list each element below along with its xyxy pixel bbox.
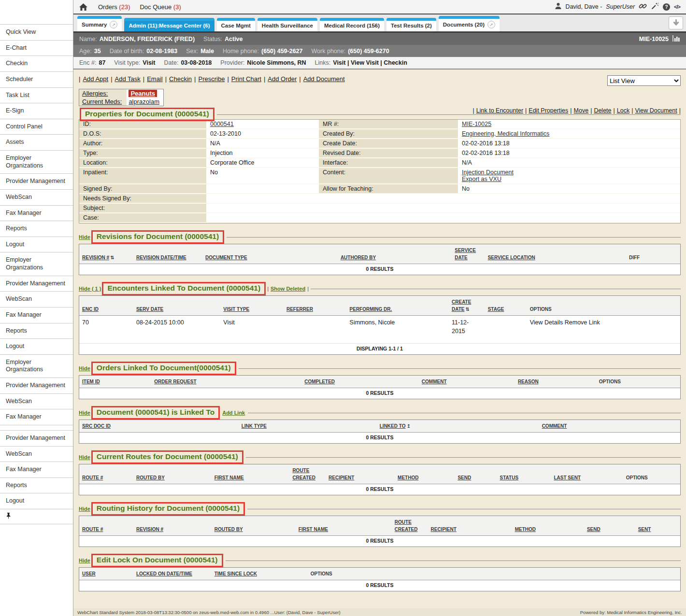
column-locked-on-date-time[interactable]: LOCKED ON DATE/TIME [133, 569, 212, 578]
column-item-id[interactable]: ITEM ID [79, 377, 151, 386]
row-options[interactable]: View Details Remove Link [527, 318, 680, 336]
show-deleted-link[interactable]: Show Deleted [271, 286, 305, 292]
sort-icon[interactable]: ⇅ [110, 254, 114, 261]
sidebar-item-employer-organizations[interactable]: Employer Organizations [0, 151, 73, 174]
column-enc-id[interactable]: ENC ID [79, 305, 133, 314]
download-button[interactable] [669, 16, 683, 29]
nav-orders[interactable]: Orders (23) [98, 3, 130, 11]
sidebar-item-assets[interactable]: Assets [0, 135, 73, 151]
sort-icon[interactable]: ⇅ [466, 306, 470, 313]
sidebar-item-checkin[interactable]: Checkin [0, 56, 73, 72]
link-view-visit[interactable]: View Visit [351, 59, 379, 66]
column-send[interactable]: SEND [455, 473, 497, 482]
sidebar-item-fax-manager[interactable]: Fax Manager [0, 462, 73, 478]
sidebar-item-webscan[interactable]: WebScan [0, 190, 73, 206]
link-icon[interactable] [639, 2, 647, 12]
tab-summary[interactable]: Summary↗ [77, 16, 122, 31]
prop-link-id[interactable]: 0000541 [210, 121, 234, 127]
sidebar-item-logout[interactable]: Logout [0, 237, 73, 253]
column-create-date[interactable]: CREATE DATE ⇅ [449, 297, 485, 314]
view-mode-select[interactable]: List View [607, 75, 681, 86]
column-revision[interactable]: REVISION # [133, 525, 212, 534]
current-meds-link[interactable]: Current Meds: [82, 98, 122, 105]
column-user[interactable]: USER [79, 569, 133, 578]
sidebar-item-webscan[interactable]: WebScan [0, 292, 73, 308]
tab-case-mgmt[interactable]: Case Mgmt [217, 18, 255, 31]
column-service-date[interactable]: SERVICE DATE [452, 246, 485, 262]
sidebar-item-provider-management[interactable]: Provider Management [0, 378, 73, 394]
column-route-created[interactable]: ROUTE CREATED [392, 518, 428, 534]
link-checkin[interactable]: Checkin [384, 59, 407, 66]
add-link-link[interactable]: Add Link [222, 410, 245, 416]
hide-link-history[interactable]: Hide [79, 506, 90, 512]
prop-link-created-by[interactable]: Engineering, Medical Informatics [462, 130, 549, 137]
column-sent[interactable]: SENT [635, 525, 680, 534]
column-performing-dr[interactable]: PERFORMING DR. [347, 305, 449, 314]
column-send[interactable]: SEND [584, 525, 635, 534]
tab-admin-11-message-center-6[interactable]: Admin (11):Message Center (6) [124, 18, 214, 31]
action-add-document[interactable]: Add Document [303, 75, 345, 83]
sidebar-item-logout[interactable]: Logout [0, 339, 73, 355]
column-order-request[interactable]: ORDER REQUEST [151, 377, 301, 386]
column-stage[interactable]: STAGE [485, 305, 527, 314]
hide-link-linked[interactable]: Hide [79, 410, 90, 416]
sidebar-item-employer-organizations[interactable]: Employer Organizations [0, 252, 73, 276]
sidebar-item-fax-manager[interactable]: Fax Manager [0, 409, 73, 425]
chart-icon[interactable] [672, 35, 680, 43]
popout-icon[interactable]: ↗ [487, 21, 495, 28]
tab-documents-20[interactable]: Documents (20)↗ [439, 16, 500, 31]
sidebar-pin-row[interactable] [0, 509, 73, 524]
column-revision[interactable]: REVISION # ⇅ [79, 253, 133, 262]
sidebar-item-fax-manager[interactable]: Fax Manager [0, 308, 73, 323]
column-authored-by[interactable]: AUTHORED BY [338, 253, 452, 262]
wand-icon[interactable] [651, 2, 659, 12]
allergies-link[interactable]: Allergies: [82, 90, 108, 97]
tab-health-surveillance[interactable]: Health Surveillance [257, 18, 317, 31]
column-last-sent[interactable]: LAST SENT [551, 473, 623, 482]
sidebar-item-provider-management[interactable]: Provider Management [0, 276, 73, 292]
column-recipient[interactable]: RECIPIENT [326, 473, 395, 482]
prop-link-export-as-vxu[interactable]: Export as VXU [462, 176, 676, 182]
action-add-order[interactable]: Add Order [268, 75, 297, 83]
column-referrer[interactable]: REFERRER [284, 305, 347, 314]
column-link-type[interactable]: LINK TYPE [239, 421, 377, 431]
action-email[interactable]: Email [147, 75, 163, 83]
action-add-appt[interactable]: Add Appt [83, 75, 108, 83]
hide-link-routes[interactable]: Hide [79, 454, 90, 460]
column-src-doc-id[interactable]: SRC DOC ID [79, 421, 239, 431]
action-prescribe[interactable]: Prescribe [198, 75, 225, 83]
sidebar-item-webscan[interactable]: WebScan [0, 394, 73, 410]
home-icon[interactable] [79, 3, 87, 11]
sidebar-item-control-panel[interactable]: Control Panel [0, 119, 73, 135]
column-status[interactable]: STATUS [497, 473, 551, 482]
help-icon[interactable]: ? [663, 3, 670, 11]
med-alprazolam[interactable]: alprazolam [129, 98, 159, 105]
action-print-chart[interactable]: Print Chart [231, 75, 261, 83]
column-time-since-lock[interactable]: TIME SINCE LOCK [212, 569, 308, 578]
column-completed[interactable]: COMPLETED [301, 377, 419, 386]
nav-doc-queue[interactable]: Doc Queue (3) [140, 3, 181, 11]
column-visit-type[interactable]: VISIT TYPE [220, 305, 284, 314]
hide-link-revisions[interactable]: Hide [79, 234, 90, 240]
column-method[interactable]: METHOD [512, 525, 584, 534]
column-service-location[interactable]: SERVICE LOCATION [485, 253, 626, 262]
hide-link-orders[interactable]: Hide [79, 365, 90, 371]
sidebar-item-e-sign[interactable]: E-Sign [0, 103, 73, 119]
column-comment[interactable]: COMMENT [539, 421, 680, 431]
tab-test-results-2[interactable]: Test Results (2) [386, 18, 436, 31]
sidebar-item-logout[interactable]: Logout [0, 493, 73, 509]
hide-link-editlock[interactable]: Hide [79, 558, 90, 563]
column-linked-to[interactable]: LINKED TO ↥ [377, 421, 539, 431]
column-recipient[interactable]: RECIPIENT [428, 525, 512, 534]
popout-icon[interactable]: ↗ [110, 21, 117, 28]
code-icon[interactable]: </> [674, 4, 680, 10]
hide-link-encounters[interactable]: Hide ( 1 ) [79, 286, 101, 292]
sidebar-item-scheduler[interactable]: Scheduler [0, 72, 73, 88]
link-visit[interactable]: Visit [333, 59, 345, 66]
prop-link-mr[interactable]: MIE-10025 [462, 121, 491, 127]
prop-link-injection-document[interactable]: Injection Document [462, 169, 676, 176]
action-add-task[interactable]: Add Task [115, 75, 141, 83]
column-first-name[interactable]: FIRST NAME [212, 473, 290, 482]
sidebar-item-webscan[interactable]: WebScan [0, 447, 73, 462]
sidebar-item-quick-view[interactable]: Quick View [0, 25, 73, 41]
